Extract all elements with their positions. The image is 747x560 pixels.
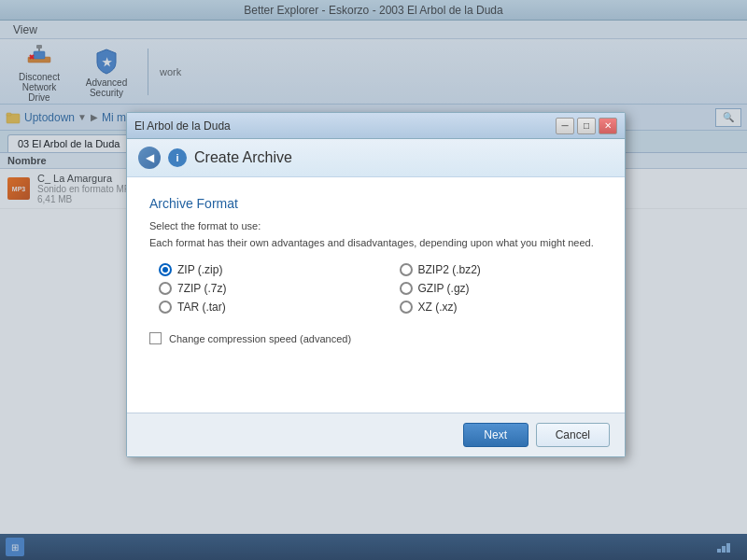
dialog-body: Archive Format Select the format to use:… bbox=[127, 177, 625, 413]
format-xz-option[interactable]: XZ (.xz) bbox=[400, 301, 603, 314]
dialog-info-icon: i bbox=[168, 148, 187, 167]
format-7zip-option[interactable]: 7ZIP (.7z) bbox=[159, 282, 362, 295]
format-gzip-radio[interactable] bbox=[400, 282, 413, 295]
dialog-header: ◀ i Create Archive bbox=[127, 139, 625, 177]
compression-speed-checkbox[interactable] bbox=[149, 332, 162, 344]
dialog-title-text: El Arbol de la Duda bbox=[134, 119, 550, 133]
dialog-title-bar: El Arbol de la Duda ─ □ ✕ bbox=[127, 113, 625, 139]
format-options-grid: ZIP (.zip) BZIP2 (.bz2) 7ZIP (.7z) GZIP … bbox=[149, 263, 602, 314]
format-zip-radio[interactable] bbox=[159, 263, 172, 276]
dialog-desc1: Select the format to use: bbox=[149, 220, 602, 231]
dialog-section-title: Archive Format bbox=[149, 196, 602, 211]
dialog-back-button[interactable]: ◀ bbox=[138, 147, 161, 169]
dialog-desc2: Each format has their own advantages and… bbox=[149, 237, 602, 248]
dialog-minimize-button[interactable]: ─ bbox=[556, 118, 574, 134]
format-xz-radio[interactable] bbox=[400, 301, 413, 314]
create-archive-dialog: El Arbol de la Duda ─ □ ✕ ◀ i Create Arc… bbox=[126, 112, 626, 457]
format-bzip2-radio[interactable] bbox=[400, 263, 413, 276]
format-zip-option[interactable]: ZIP (.zip) bbox=[159, 263, 362, 276]
dialog-maximize-button[interactable]: □ bbox=[577, 118, 596, 134]
compression-speed-checkbox-row[interactable]: Change compression speed (advanced) bbox=[149, 332, 602, 344]
format-gzip-option[interactable]: GZIP (.gz) bbox=[400, 282, 603, 295]
dialog-header-title: Create Archive bbox=[194, 149, 292, 166]
dialog-footer: Next Cancel bbox=[127, 413, 625, 456]
dialog-controls: ─ □ ✕ bbox=[556, 118, 617, 134]
next-button[interactable]: Next bbox=[463, 423, 529, 447]
format-tar-option[interactable]: TAR (.tar) bbox=[159, 301, 362, 314]
compression-speed-label: Change compression speed (advanced) bbox=[169, 333, 351, 344]
cancel-button[interactable]: Cancel bbox=[536, 423, 610, 447]
format-bzip2-option[interactable]: BZIP2 (.bz2) bbox=[400, 263, 603, 276]
format-7zip-radio[interactable] bbox=[159, 282, 172, 295]
format-tar-radio[interactable] bbox=[159, 301, 172, 314]
dialog-close-button[interactable]: ✕ bbox=[599, 118, 617, 134]
